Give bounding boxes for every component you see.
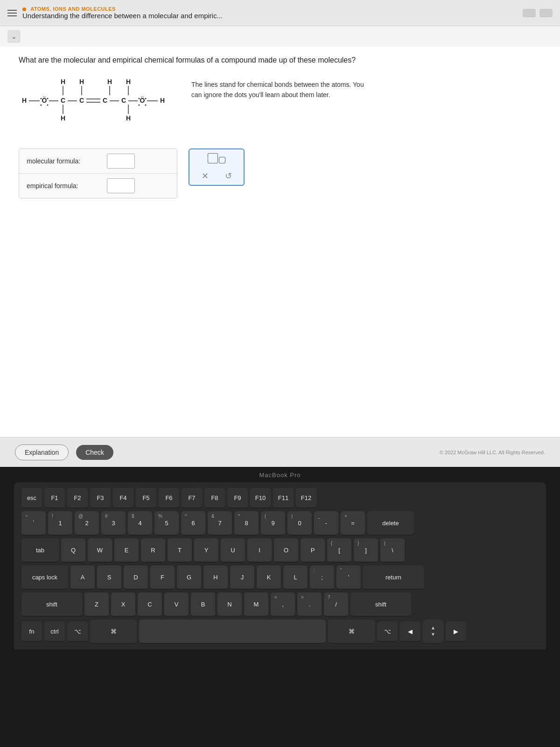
key-cmd-left[interactable]: ⌘ [90,620,137,644]
key-arrow-left[interactable]: ◀ [400,621,420,642]
key-caps[interactable]: caps lock [21,565,68,590]
svg-text:H: H [61,114,65,122]
empirical-formula-input[interactable] [107,178,135,193]
key-f12[interactable]: F12 [296,488,316,508]
key-k[interactable]: K [257,565,281,590]
key-w[interactable]: W [88,538,112,563]
svg-text:H: H [160,97,165,104]
key-arrow-right[interactable]: ▶ [446,621,466,642]
question-text: What are the molecular and empirical che… [19,56,541,64]
key-b[interactable]: B [191,592,215,617]
key-u[interactable]: U [221,538,245,563]
key-c[interactable]: C [138,592,162,617]
key-return[interactable]: return [363,565,424,590]
key-f1[interactable]: F1 [44,488,65,508]
key-t[interactable]: T [168,538,192,563]
key-2[interactable]: @2 [75,511,99,536]
key-p[interactable]: P [301,538,325,563]
key-f7[interactable]: F7 [182,488,202,508]
key-tab[interactable]: tab [21,538,59,563]
key-equals[interactable]: += [341,511,365,536]
svg-text:C: C [103,97,107,104]
key-d[interactable]: D [124,565,148,590]
key-f3[interactable]: F3 [90,488,111,508]
key-minus[interactable]: _- [314,511,338,536]
key-o[interactable]: O [274,538,298,563]
key-a[interactable]: A [70,565,95,590]
key-f5[interactable]: F5 [136,488,156,508]
key-f9[interactable]: F9 [227,488,248,508]
key-quote[interactable]: "' [336,565,361,590]
key-f4[interactable]: F4 [113,488,133,508]
key-0[interactable]: )0 [287,511,312,536]
key-semicolon[interactable]: :; [310,565,334,590]
key-r[interactable]: R [141,538,165,563]
key-6[interactable]: ^6 [181,511,205,536]
key-opt-right[interactable]: ⌥ [377,621,398,642]
key-lbracket[interactable]: {[ [327,538,351,563]
key-cmd-right[interactable]: ⌘ [328,620,375,644]
key-v[interactable]: V [164,592,189,617]
key-period[interactable]: >. [297,592,322,617]
key-f10[interactable]: F10 [250,488,271,508]
key-j[interactable]: J [230,565,254,590]
key-opt-left[interactable]: ⌥ [67,621,88,642]
key-rbracket[interactable]: }] [354,538,378,563]
key-comma[interactable]: <, [271,592,295,617]
svg-text:C: C [61,97,65,104]
key-9[interactable]: (9 [261,511,285,536]
key-backslash[interactable]: |\ [380,538,405,563]
svg-text:H: H [107,78,112,85]
collapse-button[interactable]: ⌄ [7,30,21,43]
key-e[interactable]: E [114,538,139,563]
key-n[interactable]: N [217,592,242,617]
key-x[interactable]: X [111,592,135,617]
key-arrow-updown[interactable]: ▲ ▼ [423,620,443,644]
key-i[interactable]: I [247,538,272,563]
key-7[interactable]: &7 [208,511,232,536]
key-f[interactable]: F [150,565,175,590]
key-shift-right[interactable]: shift [350,592,411,617]
explanation-button[interactable]: Explanation [15,444,69,460]
svg-text:H: H [61,78,65,85]
empirical-formula-label: empirical formula: [27,182,101,190]
check-button[interactable]: Check [76,445,113,460]
key-esc[interactable]: esc [21,488,42,508]
key-space[interactable] [139,620,326,644]
key-q[interactable]: Q [61,538,85,563]
key-s[interactable]: S [97,565,121,590]
svg-text:H: H [126,78,131,85]
key-z[interactable]: Z [84,592,109,617]
screen: ATOMS, IONS AND MOLECULES Understanding … [0,0,560,467]
key-m[interactable]: M [244,592,268,617]
key-fn[interactable]: fn [21,621,42,642]
subscript-actions: ✕ ↺ [193,171,240,181]
key-f2[interactable]: F2 [67,488,88,508]
key-delete[interactable]: delete [367,511,414,536]
key-f6[interactable]: F6 [159,488,179,508]
key-5[interactable]: %5 [154,511,179,536]
key-shift-left[interactable]: shift [21,592,82,617]
key-y[interactable]: Y [194,538,218,563]
key-1[interactable]: !1 [48,511,72,536]
molecular-formula-input[interactable] [107,154,135,169]
key-h[interactable]: H [203,565,228,590]
key-backtick[interactable]: ~` [21,511,46,536]
hamburger-menu-icon[interactable] [7,10,17,16]
key-f8[interactable]: F8 [204,488,225,508]
key-f11[interactable]: F11 [273,488,294,508]
key-3[interactable]: #3 [101,511,126,536]
page-title: Understanding the difference between a m… [22,12,223,20]
key-g[interactable]: G [177,565,201,590]
svg-text:Ö: Ö [140,97,145,104]
undo-button[interactable]: ↺ [225,171,232,181]
key-l[interactable]: L [283,565,308,590]
clear-button[interactable]: ✕ [202,171,209,181]
svg-point-27 [47,98,49,99]
key-ctrl[interactable]: ctrl [44,621,65,642]
molecule-note: The lines stand for chemical bonds betwe… [191,76,369,100]
subscript-palette[interactable]: ✕ ↺ [189,148,245,186]
key-slash[interactable]: ?/ [324,592,348,617]
key-4[interactable]: $4 [128,511,152,536]
key-8[interactable]: *8 [234,511,259,536]
